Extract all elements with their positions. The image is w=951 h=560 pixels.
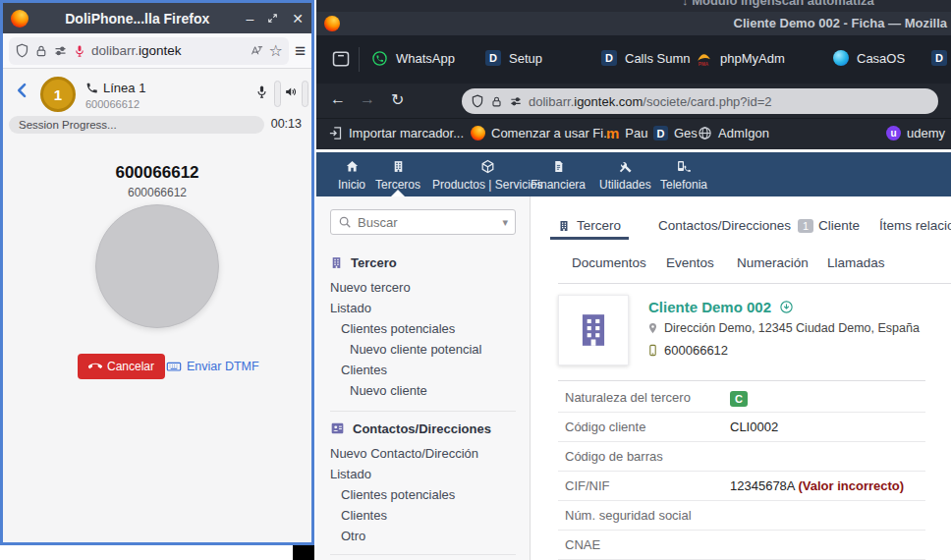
back-icon[interactable] (13, 81, 32, 100)
udemy-icon: u (886, 126, 901, 140)
speaker-icon[interactable] (284, 84, 299, 99)
line-badge[interactable]: 1 (40, 77, 76, 112)
sidebar-item-clientes[interactable]: Clientes (316, 360, 530, 380)
active-tab-underline (550, 237, 629, 240)
card-tab-contactos[interactable]: Contactos/Direcciones 1 (658, 218, 813, 233)
translate-icon[interactable] (250, 43, 264, 58)
bookmark-pau[interactable]: m Pau (606, 126, 647, 140)
validation-error: (Valor incorrecto) (798, 478, 904, 493)
whatsapp-icon (371, 50, 388, 67)
shield-icon[interactable] (471, 94, 484, 108)
shield-icon[interactable] (15, 43, 29, 58)
sidebar-item-listado[interactable]: Listado (316, 298, 530, 318)
menu-terceros[interactable]: Terceros (375, 158, 420, 192)
page-viewport: Inicio Terceros Productos | Servicios Fi… (316, 149, 951, 560)
sidebar-item-nuevo-cliente[interactable]: Nuevo cliente (316, 380, 530, 401)
forward-button[interactable]: → (360, 90, 375, 108)
mute-mic-icon[interactable] (254, 84, 269, 99)
sidebar-item-nuevo-contacto[interactable]: Nuevo Contacto/Dirección (316, 443, 530, 464)
sidebar-item-contactos-clientes-potenciales[interactable]: Clientes potenciales (316, 484, 530, 505)
lock-icon[interactable] (34, 44, 48, 58)
firefox-view-icon[interactable] (331, 49, 351, 69)
mic-volume-slider[interactable] (274, 81, 281, 107)
back-button[interactable]: ← (330, 90, 346, 108)
keyboard-icon (166, 359, 182, 374)
card-tab-numeracion[interactable]: Numeración (737, 255, 809, 270)
dolibarr-icon: D (601, 50, 617, 66)
building-icon (575, 308, 612, 352)
chevron-down-icon[interactable]: ▾ (502, 216, 508, 229)
card-tab-eventos[interactable]: Eventos (666, 255, 714, 270)
menu-financiera[interactable]: Financiera (531, 158, 586, 192)
sidebar-search[interactable]: ▾ (330, 209, 516, 235)
bookmark-import[interactable]: Importar marcador... (328, 126, 464, 140)
url-bar[interactable]: dolibarr.igontek.com/societe/card.php?id… (462, 88, 938, 114)
permissions-icon[interactable] (53, 43, 68, 58)
svg-text:PMA: PMA (699, 62, 709, 67)
phone-url-bar[interactable]: dolibarr.igontek ☆ (9, 37, 289, 65)
avatar (95, 204, 219, 328)
tab-setup[interactable]: D Setup (485, 50, 542, 66)
cancel-call-button[interactable]: Cancelar (78, 354, 165, 379)
divider (330, 411, 516, 412)
cube-icon (432, 158, 543, 175)
phpmyadmin-icon: PMA (696, 50, 712, 67)
browser-titlebar[interactable]: Cliente Demo 002 - Ficha — Mozilla (316, 12, 951, 35)
moodle-icon: m (606, 126, 619, 140)
sidebar-item-nuevo-tercero[interactable]: Nuevo tercero (316, 277, 530, 298)
speaker-volume-slider[interactable] (302, 81, 308, 107)
sidebar-section-contactos: Contactos/Direcciones (330, 418, 530, 439)
sidebar-item-otro[interactable]: Otro (316, 526, 530, 546)
sidebar-item-contactos-clientes[interactable]: Clientes (316, 505, 530, 526)
tools-icon (599, 158, 651, 175)
bookmark-star-icon[interactable]: ☆ (269, 43, 283, 59)
mic-permission-icon[interactable] (73, 44, 86, 58)
card-tab-llamadas[interactable]: Llamadas (827, 255, 885, 270)
restore-button[interactable] (266, 12, 279, 25)
card-tab-items-relacionados[interactable]: Ítems relacion (879, 218, 951, 233)
table-row: Código cliente CLI0002 (558, 413, 925, 442)
bookmark-udemy[interactable]: u udemy (886, 126, 945, 140)
search-input[interactable] (358, 215, 496, 230)
divider (558, 283, 951, 284)
tab-partial[interactable]: D (931, 50, 951, 66)
sidebar-item-listado-contactos[interactable]: Listado (316, 464, 530, 484)
phone-titlebar[interactable]: DoliPhone...lla Firefox – ✕ (3, 3, 311, 33)
menu-inicio[interactable]: Inicio (338, 158, 365, 192)
menu-utilidades[interactable]: Utilidades (599, 158, 651, 192)
company-mobile: 600066612 (646, 343, 728, 358)
tab-calls-summary[interactable]: D Calls Sumn (601, 50, 690, 66)
send-dtmf-link[interactable]: Enviar DTMF (166, 359, 259, 374)
tab-phpmyadmin[interactable]: PMA phpMyAdm (696, 50, 785, 67)
menu-icon[interactable]: ≡ (295, 41, 306, 60)
tab-casaos[interactable]: CasaOS (833, 50, 905, 66)
tab-whatsapp[interactable]: WhatsApp (371, 50, 455, 67)
active-menu-indicator (391, 190, 405, 196)
dolibarr-sidebar: ▾ Tercero Nuevo tercero Listado Clientes… (316, 196, 531, 560)
sidebar-item-clientes-potenciales[interactable]: Clientes potenciales (316, 318, 530, 339)
reload-button[interactable]: ↻ (391, 90, 404, 109)
card-tab-tercero[interactable]: Tercero (558, 218, 621, 233)
bookmark-firefox-start[interactable]: Comenzar a usar Fi... (471, 126, 614, 140)
tab-strip: WhatsApp D Setup D Calls Sumn PMA phpMyA… (316, 35, 951, 84)
sidebar-item-nuevo-cliente-potencial[interactable]: Nuevo cliente potencial (316, 339, 530, 360)
card-tab-documentos[interactable]: Documentos (572, 255, 646, 270)
menu-telefonia[interactable]: Telefonia (660, 158, 707, 192)
expand-circle-down-icon[interactable] (779, 300, 794, 314)
globe-icon (698, 126, 712, 140)
menu-productos[interactable]: Productos | Servicios (432, 158, 543, 192)
url-text[interactable]: dolibarr.igontek.com/societe/card.php?id… (529, 94, 772, 109)
import-icon (328, 126, 343, 140)
divider (359, 47, 360, 72)
bookmark-ges[interactable]: D Ges (653, 126, 698, 140)
lock-icon[interactable] (490, 95, 503, 108)
permissions-icon[interactable] (509, 94, 523, 108)
call-timer: 00:13 (271, 117, 302, 131)
phone-url-text[interactable]: dolibarr.igontek (91, 43, 245, 58)
close-button[interactable]: ✕ (292, 11, 304, 27)
bookmark-admigon[interactable]: AdmIgon (698, 126, 769, 140)
line-label: Línea 1 (85, 81, 145, 95)
mobile-phone-icon (646, 344, 659, 357)
minimize-button[interactable]: – (246, 11, 253, 27)
card-tab-cliente[interactable]: Cliente (818, 218, 860, 233)
